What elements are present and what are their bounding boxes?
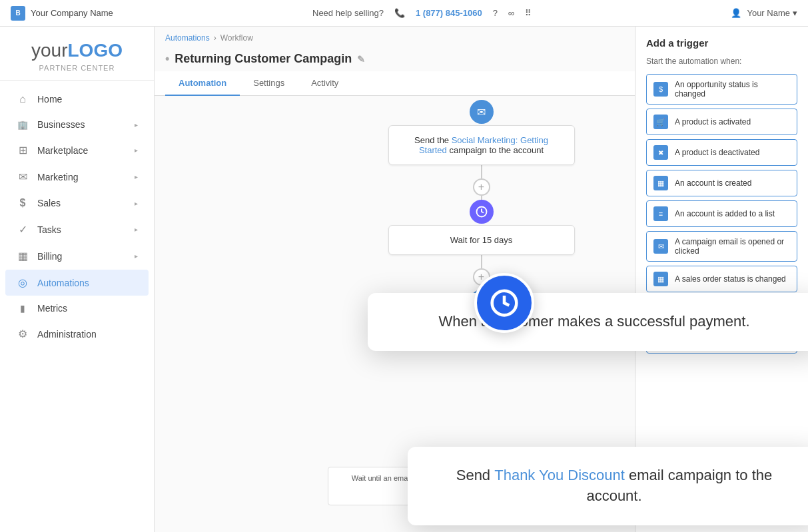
workflow-node-email-wrapper: ✉ Send the Social Marketing: Getting Sta… xyxy=(388,112,575,165)
trigger-email-opened[interactable]: ✉ A campaign email is opened or clicked xyxy=(646,231,797,262)
node2-text: Wait for 15 days xyxy=(450,235,512,245)
bullet-icon: • xyxy=(165,52,169,66)
businesses-icon: 🏢 xyxy=(16,120,29,130)
expand-marketplace-icon: ▸ xyxy=(135,146,138,154)
trigger-account-created[interactable]: ▦ An account is created xyxy=(646,170,797,196)
help-text: Need help selling? xyxy=(312,8,384,18)
sidebar-item-automations[interactable]: ◎ Automations xyxy=(5,270,149,296)
workflow-node-email: Send the Social Marketing: Getting Start… xyxy=(388,125,575,165)
trigger-acct-create-label: An account is created xyxy=(675,178,751,188)
tooltip-discount-link[interactable]: Thank You Discount xyxy=(494,467,625,483)
marketplace-icon: ⊞ xyxy=(16,144,29,156)
sidebar: yourLOGO PARTNER CENTER ⌂ Home 🏢 Busines… xyxy=(0,27,155,532)
expand-businesses-icon: ▸ xyxy=(135,121,138,129)
sidebar-item-billing[interactable]: ▦ Billing ▸ xyxy=(5,243,149,269)
clock-svg-icon xyxy=(490,288,519,318)
sales-label: Sales xyxy=(37,198,61,208)
sidebar-item-marketplace[interactable]: ⊞ Marketplace ▸ xyxy=(5,137,149,163)
edit-title-icon[interactable]: ✎ xyxy=(357,54,365,65)
trigger-sales-label: A sales order status is changed xyxy=(675,274,786,284)
support-info: Need help selling? 📞 1 (877) 845-1060 ? … xyxy=(312,8,532,18)
metrics-label: Metrics xyxy=(37,303,67,314)
trigger-prod-act-icon: 🛒 xyxy=(653,115,668,129)
add-step-1-btn[interactable]: + xyxy=(473,178,490,196)
main-layout: yourLOGO PARTNER CENTER ⌂ Home 🏢 Busines… xyxy=(0,27,808,532)
trigger-acct-list-icon: ≡ xyxy=(653,206,668,221)
apps-icon: ⠿ xyxy=(525,8,532,18)
trigger-email-label: A campaign email is opened or clicked xyxy=(675,237,790,256)
marketplace-label: Marketplace xyxy=(37,145,88,156)
sidebar-logo: yourLOGO PARTNER CENTER xyxy=(0,27,154,81)
trigger-panel-title: Add a trigger xyxy=(646,37,797,49)
wait-step-icon xyxy=(470,200,494,224)
trigger-opp-icon: $ xyxy=(653,82,668,97)
expand-marketing-icon: ▸ xyxy=(135,173,138,180)
trigger-prod-deact-icon: ✖ xyxy=(653,145,668,160)
marketing-icon: ✉ xyxy=(16,170,29,183)
home-icon: ⌂ xyxy=(16,93,29,105)
tab-automation[interactable]: Automation xyxy=(165,71,240,96)
tooltip-payment: When a customer makes a successful payme… xyxy=(368,293,808,351)
company-info: B Your Company Name xyxy=(11,6,113,21)
phone-number[interactable]: 1 (877) 845-1060 xyxy=(416,8,482,18)
sidebar-item-home[interactable]: ⌂ Home xyxy=(5,87,149,112)
tasks-label: Tasks xyxy=(37,224,61,235)
trigger-opp-label: An opportunity status is changed xyxy=(675,80,790,99)
administration-icon: ⚙ xyxy=(16,328,29,340)
question-icon: ? xyxy=(493,8,498,18)
node1-text-before: Send the xyxy=(414,135,452,145)
content-area: Automations › Workflow • Returning Custo… xyxy=(155,27,808,532)
trigger-sales-icon: ▦ xyxy=(653,272,668,286)
company-icon: B xyxy=(11,6,25,21)
trigger-panel-subtitle: Start the automation when: xyxy=(646,57,797,66)
marketing-label: Marketing xyxy=(37,172,78,182)
top-bar: B Your Company Name Need help selling? 📞… xyxy=(0,0,808,27)
sidebar-item-tasks[interactable]: ✓ Tasks ▸ xyxy=(5,216,149,242)
trigger-email-icon: ✉ xyxy=(653,239,668,254)
clock-overlay xyxy=(474,273,534,333)
user-menu[interactable]: 👤 Your Name ▾ xyxy=(731,8,797,18)
workflow-node-wait-wrapper: Wait for 15 days xyxy=(388,212,575,255)
breadcrumb-automations[interactable]: Automations xyxy=(165,33,210,43)
sidebar-item-businesses[interactable]: 🏢 Businesses ▸ xyxy=(5,113,149,136)
trigger-sales-order[interactable]: ▦ A sales order status is changed xyxy=(646,266,797,292)
trigger-product-deactivated[interactable]: ✖ A product is deactivated xyxy=(646,139,797,166)
automations-icon: ◎ xyxy=(16,276,29,289)
infinity-icon: ∞ xyxy=(508,8,514,18)
company-name: Your Company Name xyxy=(31,8,113,18)
sidebar-item-marketing[interactable]: ✉ Marketing ▸ xyxy=(5,164,149,190)
clock-circle xyxy=(474,273,534,333)
trigger-acct-create-icon: ▦ xyxy=(653,176,668,190)
administration-label: Administration xyxy=(37,329,97,340)
tooltip-discount-before: Send xyxy=(456,467,495,483)
tooltip-discount: Send Thank You Discount email campaign t… xyxy=(408,447,808,525)
automations-label: Automations xyxy=(37,278,89,288)
tab-activity[interactable]: Activity xyxy=(298,71,352,96)
email-step-icon: ✉ xyxy=(470,100,494,124)
billing-label: Billing xyxy=(37,251,62,262)
workflow-node-wait: Wait for 15 days xyxy=(388,225,575,255)
expand-sales-icon: ▸ xyxy=(135,200,138,207)
sidebar-item-sales[interactable]: $ Sales ▸ xyxy=(5,190,149,216)
billing-icon: ▦ xyxy=(16,250,29,262)
trigger-opportunity-status[interactable]: $ An opportunity status is changed xyxy=(646,74,797,105)
metrics-icon: ▮ xyxy=(16,303,29,314)
tab-settings[interactable]: Settings xyxy=(240,71,298,96)
logo: yourLOGO xyxy=(31,40,123,61)
user-name[interactable]: Your Name ▾ xyxy=(747,8,797,18)
caret-icon: ▾ xyxy=(793,8,797,18)
trigger-account-added-list[interactable]: ≡ An account is added to a list xyxy=(646,200,797,227)
trigger-acct-list-label: An account is added to a list xyxy=(675,209,775,218)
node1-text-after: campaign to the account xyxy=(449,145,544,155)
expand-billing-icon: ▸ xyxy=(135,252,138,260)
user-avatar: 👤 xyxy=(731,8,741,18)
tasks-icon: ✓ xyxy=(16,223,29,236)
sidebar-nav: ⌂ Home 🏢 Businesses ▸ ⊞ Marketplace ▸ ✉ … xyxy=(0,81,154,532)
sidebar-item-administration[interactable]: ⚙ Administration xyxy=(5,321,149,347)
expand-tasks-icon: ▸ xyxy=(135,226,138,233)
businesses-label: Businesses xyxy=(37,119,85,130)
trigger-product-activated[interactable]: 🛒 A product is activated xyxy=(646,109,797,135)
phone-icon: 📞 xyxy=(394,8,405,18)
sidebar-item-metrics[interactable]: ▮ Metrics xyxy=(5,296,149,320)
line-3 xyxy=(481,255,482,268)
